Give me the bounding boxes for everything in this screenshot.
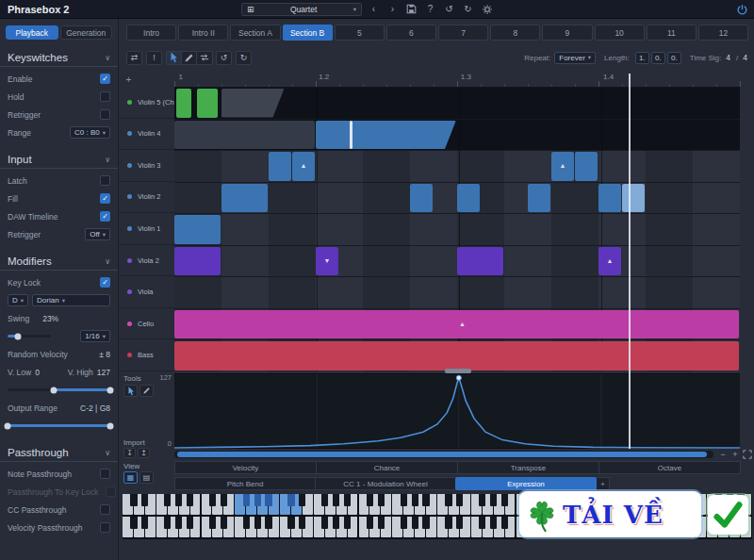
- piano-black-key[interactable]: [164, 494, 171, 506]
- checkbox-daw-timeline[interactable]: ✓: [100, 211, 110, 222]
- grid-cell[interactable]: [551, 277, 575, 308]
- slider-handle-high[interactable]: [107, 422, 114, 429]
- track-label-viola[interactable]: Viola: [119, 276, 174, 308]
- piano-black-key[interactable]: [490, 517, 497, 529]
- checkbox-latch[interactable]: [100, 175, 110, 186]
- checkbox-cc-passthrough[interactable]: [100, 504, 110, 515]
- checkbox-key-lock[interactable]: ✓: [100, 277, 110, 288]
- output-range-slider[interactable]: [8, 424, 110, 427]
- preset-selector[interactable]: ⊞ Quartet ▾: [241, 3, 362, 16]
- section-header[interactable]: Input∨: [0, 151, 118, 169]
- checkbox-retrigger[interactable]: [100, 109, 110, 120]
- slider-handle-low[interactable]: [5, 422, 11, 429]
- note-block[interactable]: [269, 152, 291, 181]
- grid-cell[interactable]: [693, 277, 716, 308]
- piano-black-key[interactable]: [243, 494, 250, 506]
- grid-cell[interactable]: [198, 277, 221, 308]
- grid-cell[interactable]: [481, 151, 504, 182]
- grid-cell[interactable]: [646, 151, 669, 182]
- tab-5[interactable]: 5: [335, 25, 385, 41]
- grid-cell[interactable]: [622, 277, 646, 308]
- grid-cell[interactable]: [221, 214, 245, 245]
- track-label-violin-5-ch-2[interactable]: Violin 5 (Ch 2): [119, 87, 174, 119]
- grid-cell[interactable]: [363, 246, 386, 277]
- piano-black-key[interactable]: [130, 517, 137, 529]
- grid-cell[interactable]: [504, 151, 528, 182]
- track-label-bass[interactable]: Bass: [119, 339, 174, 371]
- track-label-cello[interactable]: Cello: [119, 308, 174, 340]
- tab-6[interactable]: 6: [386, 25, 436, 41]
- slider-handle[interactable]: [14, 333, 21, 339]
- grid-cell[interactable]: [221, 277, 245, 308]
- note-block[interactable]: [221, 184, 268, 213]
- length-input-1[interactable]: 0.: [651, 52, 665, 64]
- grid-cell[interactable]: [269, 246, 292, 277]
- slider-handle-high[interactable]: [107, 387, 114, 393]
- add-bar-button[interactable]: +: [123, 74, 135, 86]
- piano-black-key[interactable]: [141, 494, 148, 506]
- grid-cell[interactable]: [434, 277, 457, 308]
- grid-cell[interactable]: [245, 151, 269, 182]
- piano-black-key[interactable]: [378, 517, 385, 529]
- redo-button[interactable]: ↻: [461, 3, 475, 16]
- grid-cell[interactable]: [363, 214, 386, 245]
- track-label-violin-3[interactable]: Violin 3: [119, 150, 174, 182]
- grid-cell[interactable]: [504, 246, 528, 277]
- grid-cell[interactable]: [504, 277, 528, 308]
- grid-cell[interactable]: [504, 214, 528, 245]
- grid-cell[interactable]: [528, 277, 551, 308]
- grid-cell[interactable]: [646, 246, 669, 277]
- grid-cell[interactable]: [245, 277, 269, 308]
- grid-cell[interactable]: [339, 214, 363, 245]
- horizontal-scrollbar[interactable]: [174, 451, 713, 458]
- piano-black-key[interactable]: [243, 517, 250, 529]
- pointer-tool-button[interactable]: [166, 51, 182, 65]
- loop-tool-button[interactable]: [196, 51, 213, 65]
- grid-cell[interactable]: [622, 246, 646, 277]
- grid-cell[interactable]: [481, 214, 504, 245]
- timesig-denominator[interactable]: 4: [743, 53, 747, 62]
- grid-cell[interactable]: [363, 277, 386, 308]
- grid-cell[interactable]: [198, 183, 221, 214]
- grid-cell[interactable]: [245, 246, 269, 277]
- section-header[interactable]: Passthrough∨: [0, 444, 118, 462]
- note-block[interactable]: [457, 247, 503, 276]
- piano-black-key[interactable]: [501, 494, 508, 506]
- settings-button[interactable]: [480, 3, 494, 16]
- grid-cell[interactable]: [528, 151, 551, 182]
- grid-cell[interactable]: [693, 183, 716, 214]
- note-block[interactable]: [528, 184, 550, 213]
- randomize-button[interactable]: ⇄: [126, 51, 142, 65]
- grid-cell[interactable]: [316, 214, 339, 245]
- note-block[interactable]: [197, 89, 218, 118]
- piano-black-key[interactable]: [479, 494, 485, 506]
- grid-cell[interactable]: [292, 246, 316, 277]
- tab-intro[interactable]: Intro: [126, 25, 176, 41]
- power-button[interactable]: [735, 3, 749, 17]
- grid-cell[interactable]: [481, 183, 504, 214]
- piano-black-key[interactable]: [445, 517, 451, 529]
- grid-cell[interactable]: [646, 183, 669, 214]
- grid-cell[interactable]: [292, 183, 316, 214]
- piano-black-key[interactable]: [265, 517, 271, 529]
- grid-cell[interactable]: [316, 183, 339, 214]
- grid-cell[interactable]: [292, 214, 316, 245]
- next-preset-button[interactable]: ›: [385, 3, 400, 16]
- zoom-fit-button[interactable]: [742, 449, 753, 459]
- piano-black-key[interactable]: [501, 517, 508, 529]
- export-button[interactable]: ↥: [138, 448, 150, 458]
- piano-black-key[interactable]: [367, 494, 373, 506]
- piano-black-key[interactable]: [422, 517, 429, 529]
- grid-cell[interactable]: [646, 214, 669, 245]
- save-button[interactable]: [404, 3, 418, 16]
- note-block[interactable]: [316, 121, 456, 150]
- note-block[interactable]: [598, 184, 621, 213]
- note-block[interactable]: [350, 121, 352, 150]
- lane-tab-pitch-bend[interactable]: Pitch Bend: [174, 477, 316, 490]
- note-block[interactable]: ▼: [316, 247, 338, 276]
- note-block[interactable]: ▲: [292, 152, 315, 181]
- note-block[interactable]: ▲: [551, 152, 574, 181]
- grid-cell[interactable]: [575, 183, 598, 214]
- piano-black-key[interactable]: [187, 494, 193, 506]
- piano-black-key[interactable]: [378, 494, 385, 506]
